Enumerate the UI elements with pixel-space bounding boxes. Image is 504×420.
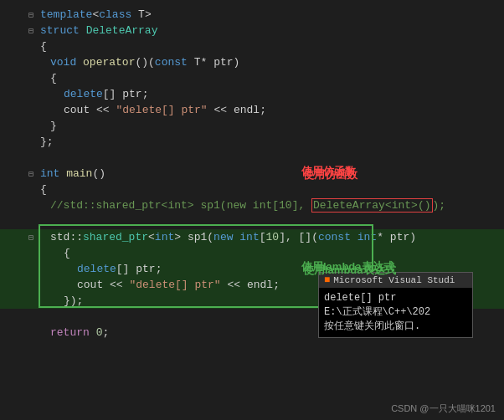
code-line-content-7: cout << "delete[] ptr" << endl;: [37, 102, 504, 118]
code-line-5: {: [0, 70, 504, 86]
code-line-9: };: [0, 134, 504, 150]
code-line-content-4: void operator()(const T* ptr): [37, 54, 504, 70]
code-line-content-16: {: [37, 245, 504, 261]
code-line-6: delete[] ptr;: [0, 86, 504, 102]
terminal-title: ■ Microsoft Visual Studi: [319, 273, 472, 288]
code-line-4: void operator()(const T* ptr): [0, 54, 504, 70]
code-line-content-6: delete[] ptr;: [37, 86, 504, 102]
code-line-content-13: //std::shared_ptr<int> sp1(new int[10], …: [37, 197, 504, 213]
editor-area: ⊟ template<class T> ⊟ struct DeleteArray…: [0, 0, 504, 420]
code-line-16: {: [0, 245, 504, 261]
terminal-popup: ■ Microsoft Visual Studi delete[] ptr E:…: [318, 272, 473, 338]
code-line-content-3: {: [37, 38, 504, 54]
terminal-title-text: Microsoft Visual Studi: [333, 275, 455, 285]
code-line-content-1: template<class T>: [37, 7, 504, 23]
code-line-content-11: int main(): [37, 166, 504, 182]
annotation-red-functor: 使用仿函数: [301, 164, 356, 179]
code-line-content-15: std::shared_ptr<int> sp1(new int[10], []…: [37, 229, 504, 245]
watermark: CSDN @一只大喵咪1201: [391, 402, 496, 415]
terminal-line-1: delete[] ptr: [324, 291, 467, 305]
code-line-14: [0, 213, 504, 229]
code-line-11: ⊟ int main(): [0, 166, 504, 182]
code-line-7: cout << "delete[] ptr" << endl;: [0, 102, 504, 118]
terminal-body: delete[] ptr E:\正式课程\C++\202 按任意键关闭此窗口.: [319, 288, 472, 337]
code-line-1: ⊟ template<class T>: [0, 7, 504, 23]
terminal-line-3: E:\正式课程\C++\202: [324, 305, 467, 320]
fold-btn-15[interactable]: ⊟: [25, 233, 37, 243]
fold-btn-1[interactable]: ⊟: [25, 10, 37, 20]
terminal-icon: ■: [324, 274, 330, 286]
code-line-content-5: {: [37, 70, 504, 86]
code-line-2: ⊟ struct DeleteArray: [0, 23, 504, 38]
code-line-13: //std::shared_ptr<int> sp1(new int[10], …: [0, 197, 504, 213]
code-line-content-2: struct DeleteArray: [37, 23, 504, 38]
code-line-15: ⊟ std::shared_ptr<int> sp1(new int[10], …: [0, 229, 504, 245]
code-line-12: {: [0, 182, 504, 197]
code-line-content-12: {: [37, 182, 504, 197]
code-line-content-9: };: [37, 134, 504, 150]
fold-btn-2[interactable]: ⊟: [25, 26, 37, 36]
fold-btn-11[interactable]: ⊟: [25, 169, 37, 179]
code-line-10: [0, 150, 504, 166]
terminal-line-4: 按任意键关闭此窗口.: [324, 320, 467, 334]
code-line-3: {: [0, 38, 504, 54]
code-line-8: }: [0, 118, 504, 134]
code-line-content-8: }: [37, 118, 504, 134]
